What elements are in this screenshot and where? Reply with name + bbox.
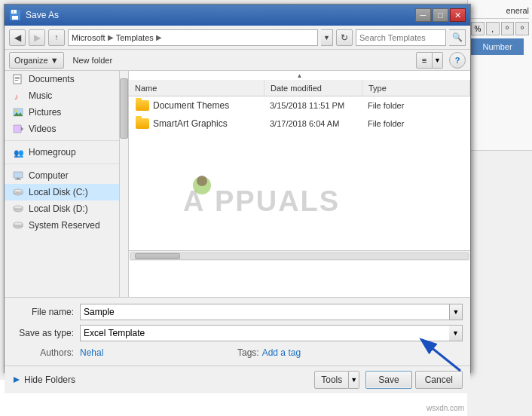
save-button[interactable]: Save	[365, 371, 411, 389]
new-folder-button[interactable]: New folder	[70, 52, 116, 69]
tools-button[interactable]: Tools	[314, 371, 349, 389]
savetype-row: Save as type: ▼	[12, 325, 463, 341]
file-item-smartart-graphics[interactable]: SmartArt Graphics 3/17/2018 6:04 AM File…	[129, 115, 470, 133]
view-list-button[interactable]: ≡	[416, 52, 433, 69]
excel-percent-row: % , ⁰ ⁰	[471, 22, 529, 35]
nav-item-computer[interactable]: Computer	[5, 167, 119, 184]
breadcrumb-templates[interactable]: Templates	[116, 33, 154, 42]
col-header-name[interactable]: Name	[129, 80, 264, 96]
maximize-button[interactable]: □	[433, 8, 448, 22]
nav-computer-label: Computer	[29, 170, 69, 181]
local-disk-d-icon	[12, 203, 24, 215]
breadcrumb-dropdown-button[interactable]: ▼	[321, 29, 333, 46]
organize-button[interactable]: Organize ▼	[9, 52, 64, 69]
svg-point-10	[15, 110, 17, 112]
nav-panel: Documents ♪ Music	[5, 71, 119, 297]
nav-divider-1	[5, 140, 119, 141]
local-disk-c-icon	[12, 186, 24, 198]
nav-panel-container: Documents ♪ Music	[5, 71, 129, 297]
folder-icon-document-themes	[135, 99, 150, 112]
dialog-titlebar: Save As ─ □ ✕	[5, 5, 470, 26]
breadcrumb-microsoft[interactable]: Microsoft	[72, 33, 105, 42]
svg-rect-17	[15, 179, 21, 180]
tools-dropdown-button[interactable]: ▼	[349, 371, 359, 389]
excel-panel-title: eneral	[471, 6, 529, 19]
back-button[interactable]: ◀	[9, 29, 26, 46]
increase-decimal-btn[interactable]: ⁰	[501, 22, 515, 35]
nav-item-homegroup[interactable]: 👥 Homegroup	[5, 144, 119, 161]
excel-number-label: Number	[471, 38, 524, 55]
nav-local-disk-c-label: Local Disk (C:)	[29, 187, 88, 197]
nav-item-documents[interactable]: Documents	[5, 71, 119, 87]
authors-tags-row: Authors: Nehal Tags: Add a tag	[12, 346, 463, 359]
nav-item-videos[interactable]: Videos	[5, 121, 119, 137]
savetype-input[interactable]	[80, 325, 463, 341]
save-icon	[9, 9, 21, 21]
close-button[interactable]: ✕	[450, 8, 466, 22]
svg-marker-13	[21, 127, 23, 131]
refresh-button[interactable]: ↻	[336, 29, 353, 46]
nav-pictures-label: Pictures	[29, 107, 61, 118]
authors-label: Authors:	[12, 347, 80, 358]
videos-icon	[12, 123, 24, 135]
decrease-decimal-btn[interactable]: ⁰	[515, 22, 529, 35]
save-as-dialog: Save As ─ □ ✕ ◀ ▶ ↑ Microsoft ▶ Template…	[4, 4, 471, 373]
file-date-document-themes: 3/15/2018 11:51 PM	[270, 101, 368, 110]
search-input[interactable]	[356, 29, 446, 46]
dialog-footer: Hide Folders Tools ▼ Save Cancel	[5, 366, 470, 393]
nav-item-system-reserved[interactable]: System Reserved	[5, 217, 119, 234]
file-item-document-themes[interactable]: Document Themes 3/15/2018 11:51 PM File …	[129, 96, 470, 115]
nav-item-local-disk-d[interactable]: Local Disk (D:)	[5, 200, 119, 217]
nav-item-music[interactable]: ♪ Music	[5, 87, 119, 104]
comma-btn[interactable]: ,	[486, 22, 500, 35]
svg-rect-1	[11, 10, 17, 14]
horizontal-scrollbar[interactable]	[129, 250, 470, 261]
search-icon[interactable]: 🔍	[449, 29, 466, 46]
file-name-document-themes: Document Themes	[153, 100, 270, 111]
filename-input[interactable]	[80, 304, 449, 320]
up-button[interactable]: ↑	[48, 29, 65, 46]
svg-point-23	[14, 206, 23, 209]
percent-btn[interactable]: %	[471, 22, 485, 35]
view-dropdown-button[interactable]: ▼	[433, 52, 443, 69]
forward-button[interactable]: ▶	[29, 29, 45, 46]
savetype-dropdown-button[interactable]: ▼	[449, 325, 463, 341]
nav-item-local-disk-c[interactable]: Local Disk (C:)	[5, 184, 119, 200]
authors-value[interactable]: Nehal	[80, 347, 103, 358]
svg-rect-2	[12, 16, 18, 20]
watermark-text: wsxdn.com	[427, 404, 464, 412]
nav-scroll-thumb[interactable]	[120, 78, 128, 139]
col-header-date[interactable]: Date modified	[264, 80, 362, 96]
minimize-button[interactable]: ─	[415, 8, 431, 22]
hscroll-thumb[interactable]	[135, 253, 180, 259]
tags-value[interactable]: Add a tag	[262, 347, 301, 358]
svg-rect-6	[15, 78, 20, 79]
svg-rect-3	[13, 11, 14, 13]
organize-label: Organize	[14, 56, 48, 65]
breadcrumb: Microsoft ▶ Templates ▶	[68, 29, 318, 46]
svg-rect-15	[14, 172, 23, 178]
hscroll-track[interactable]	[130, 252, 469, 260]
tags-label: Tags:	[237, 347, 259, 358]
nav-documents-label: Documents	[29, 74, 75, 84]
svg-rect-7	[15, 80, 18, 81]
nav-videos-label: Videos	[29, 124, 56, 134]
filename-row: File name: ▼	[12, 304, 463, 320]
file-name-smartart: SmartArt Graphics	[153, 118, 270, 129]
col-header-type[interactable]: Type	[362, 80, 470, 96]
breadcrumb-sep1: ▶	[108, 33, 114, 41]
help-button[interactable]: ?	[449, 52, 466, 69]
nav-vertical-scrollbar[interactable]	[119, 71, 128, 297]
filename-input-wrapper: ▼	[80, 304, 463, 320]
nav-item-pictures[interactable]: Pictures	[5, 104, 119, 121]
hide-folders-button[interactable]: Hide Folders	[12, 375, 75, 385]
folder-icon-smartart	[135, 118, 150, 130]
cancel-button[interactable]: Cancel	[415, 371, 463, 389]
dialog-title: Save As	[26, 10, 414, 20]
savetype-select-wrapper: ▼	[80, 325, 463, 341]
filename-dropdown-button[interactable]: ▼	[449, 304, 463, 320]
filename-label: File name:	[12, 307, 80, 317]
svg-rect-12	[14, 125, 21, 133]
file-date-smartart: 3/17/2018 6:04 AM	[270, 119, 368, 128]
dialog-main-content: Documents ♪ Music	[5, 71, 470, 297]
